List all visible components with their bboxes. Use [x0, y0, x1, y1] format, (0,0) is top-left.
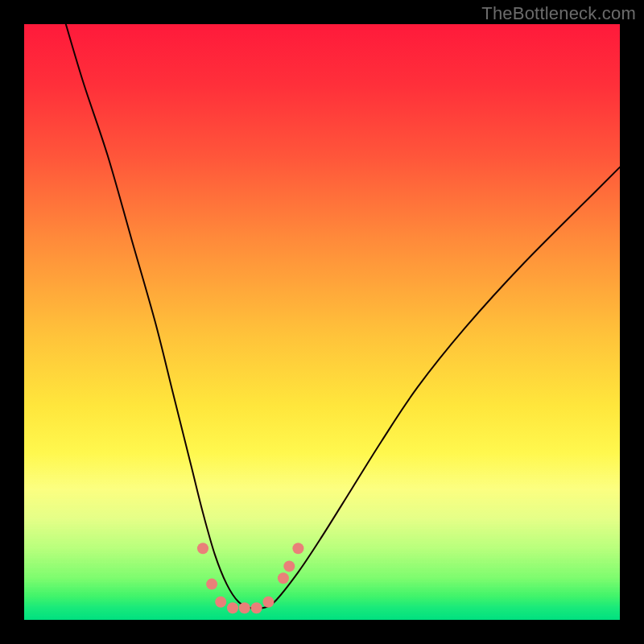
highlight-dot — [239, 602, 250, 613]
highlight-dot — [197, 543, 208, 554]
watermark-text: TheBottleneck.com — [481, 3, 636, 24]
highlight-dots — [197, 543, 303, 613]
highlight-dot — [262, 597, 274, 608]
highlight-dot — [283, 560, 295, 572]
chart-frame: TheBottleneck.com — [0, 0, 644, 644]
plot-area — [24, 24, 620, 620]
highlight-dot — [292, 543, 303, 554]
highlight-dot — [227, 602, 238, 613]
highlight-dot — [215, 597, 226, 608]
highlight-dot — [251, 602, 262, 613]
curve-layer — [24, 24, 620, 620]
highlight-dot — [206, 579, 217, 590]
highlight-dot — [278, 572, 289, 584]
bottleneck-curve — [66, 24, 620, 609]
